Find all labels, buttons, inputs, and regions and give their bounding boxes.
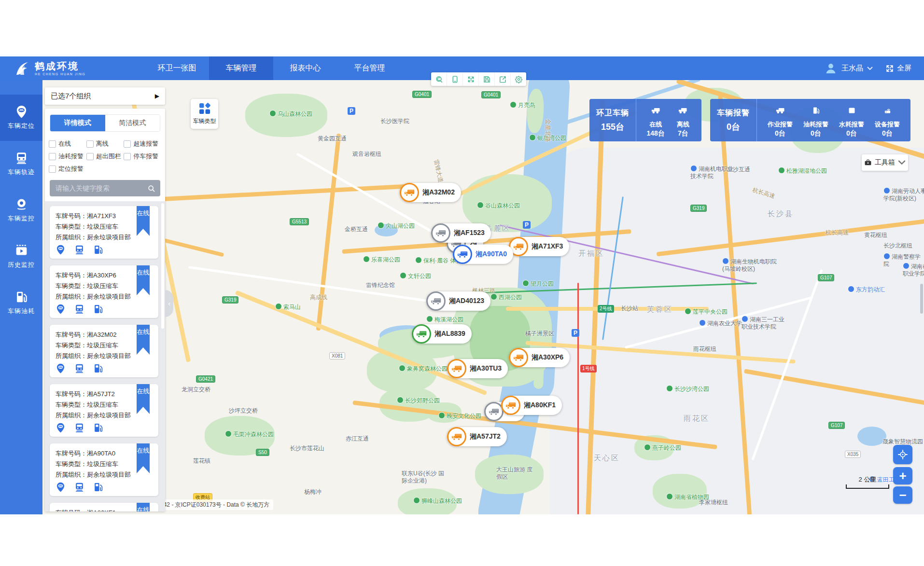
rail-item[interactable]: 车辆轨迹	[0, 141, 42, 187]
map-toolbar-button[interactable]	[447, 72, 462, 86]
nav-item[interactable]: 平台管理	[337, 56, 402, 80]
checkbox[interactable]	[49, 166, 56, 173]
map-label: 观音岩枢纽	[352, 151, 381, 158]
map-canvas[interactable]: 乌山森林公园长沙医学院黄金园互通月亮岛银星湾公园观音岩枢纽金星北路雷锋大道谷山森…	[42, 80, 924, 514]
map-label: 赤江互通	[346, 435, 369, 442]
rail-item[interactable]: 车辆定位	[0, 95, 42, 141]
map-label: 燕子岭公园	[644, 444, 681, 452]
map-label: 月亮岛	[510, 101, 535, 110]
map-toolbar-button[interactable]	[462, 72, 478, 86]
filter-option[interactable]: 超出围栏	[86, 150, 124, 163]
car-pin-icon[interactable]	[56, 304, 66, 314]
mode-tab[interactable]: 详情模式	[50, 115, 105, 131]
vehicle-card[interactable]: 车牌号码：湘A71XF3 车辆类型：垃圾压缩车 所属组织：厨余垃圾项目部 在线	[50, 206, 158, 259]
fuel-icon[interactable]	[93, 363, 103, 373]
filter-option[interactable]: 超速报警	[124, 138, 161, 150]
vehicle-marker-plate: 湘A30XP6	[532, 353, 563, 362]
bus-track-icon[interactable]	[74, 304, 84, 314]
map-toolbar-button[interactable]	[478, 72, 494, 86]
map-label: 尖山湖公园	[378, 222, 415, 230]
map-label: 湖南都市 职业学院	[903, 262, 924, 277]
alarm-stat-icon-wrap	[880, 103, 896, 119]
map-label: G319	[222, 296, 238, 304]
vehicle-marker[interactable]: 湘A90TA0	[453, 245, 513, 264]
map-label: 金桥互通	[345, 226, 368, 233]
mode-tab[interactable]: 简洁模式	[105, 115, 160, 131]
vehicle-marker[interactable]: 湘A32M02	[400, 183, 461, 202]
rail-item[interactable]: 历史监控	[0, 234, 42, 280]
nav-item[interactable]: 报表中心	[273, 56, 337, 80]
truck-icon	[451, 433, 462, 441]
checkbox[interactable]	[86, 140, 94, 148]
locate-button[interactable]	[893, 445, 912, 464]
vehicle-marker[interactable]: 湘AF1523	[431, 223, 491, 243]
filter-option[interactable]: 在线	[49, 138, 86, 150]
fuel-icon[interactable]	[93, 245, 103, 255]
user-menu[interactable]: 王水晶	[824, 62, 873, 75]
page-scrollbar[interactable]	[920, 284, 923, 314]
filter-option[interactable]: 停车报警	[124, 150, 161, 163]
vehicle-type-button[interactable]: 车辆类型	[191, 99, 218, 129]
bus-track-icon[interactable]	[74, 423, 84, 433]
vehicle-marker[interactable]: 湘A57JT2	[447, 427, 507, 446]
zoom-out-button[interactable]: −	[893, 486, 912, 504]
bus-track-icon[interactable]	[74, 482, 84, 492]
fullscreen-button[interactable]: 全屏	[885, 64, 911, 73]
vehicle-marker[interactable]: 湘AL8839	[412, 324, 472, 344]
zoom-in-button[interactable]: +	[893, 467, 912, 484]
org-expand-icon[interactable]: ▶	[155, 93, 159, 99]
search-input[interactable]	[55, 184, 147, 193]
nav-item[interactable]: 车辆管理	[209, 56, 273, 80]
search-icon[interactable]	[147, 184, 155, 193]
vehicle-marker[interactable]: 湘A30XP6	[509, 348, 570, 367]
rail-item[interactable]: 车辆油耗	[0, 280, 42, 326]
list-scrollbar-thumb[interactable]	[161, 203, 164, 329]
map-label: 联东U谷(长沙 国际企业港)	[402, 470, 448, 484]
map-toolbar-button[interactable]	[510, 72, 526, 86]
nav-item[interactable]: 环卫一张图	[145, 56, 209, 80]
checkbox[interactable]	[124, 153, 131, 160]
bus-track-icon[interactable]	[74, 245, 84, 255]
toolbox-button[interactable]: 工具箱	[862, 154, 908, 171]
vehicle-marker[interactable]: 湘A71XF3	[509, 237, 569, 256]
video-history-icon	[15, 244, 28, 257]
filter-option[interactable]: 定位报警	[49, 163, 86, 175]
map-label: 望月公园	[522, 280, 554, 288]
vehicle-marker[interactable]: 湘A30TU3	[447, 359, 508, 378]
car-pin-icon[interactable]	[56, 245, 66, 255]
fuel-icon[interactable]	[93, 304, 103, 314]
bus-track-icon[interactable]	[74, 363, 84, 373]
car-pin-icon[interactable]	[56, 423, 66, 433]
vehicle-marker[interactable]: 湘AD40123	[426, 291, 490, 311]
car-pin-icon[interactable]	[56, 482, 66, 492]
map-label: 莲平中央公园	[685, 308, 728, 316]
checkbox[interactable]	[124, 140, 131, 148]
map-label: 乌山森林公园	[269, 110, 312, 118]
map-label: G5513	[290, 218, 309, 225]
map-toolbar-button[interactable]	[431, 72, 447, 86]
vehicle-card[interactable]: 车牌号码：湘A57JT2 车辆类型：垃圾压缩车 所属组织：厨余垃圾项目部 在线	[50, 384, 158, 437]
filter-option[interactable]: 离线	[86, 138, 124, 150]
checkbox[interactable]	[49, 140, 56, 148]
checkbox[interactable]	[49, 153, 56, 160]
map-label: 湖南三一工业 职业技术学院	[742, 316, 788, 331]
vehicle-card[interactable]: 车牌号码：湘A80KF1 车辆类型：垃圾压缩车 所属组织：厨余垃圾项目部 在线	[50, 503, 158, 511]
car-pin-icon[interactable]	[56, 363, 66, 373]
rail-item[interactable]: 车辆监控	[0, 187, 42, 234]
vehicle-card-actions	[56, 482, 153, 492]
vehicle-card[interactable]: 车牌号码：湘A32M02 车辆类型：垃圾压缩车 所属组织：厨余垃圾项目部 在线	[50, 325, 158, 377]
map-toolbar-button[interactable]	[494, 72, 510, 86]
map-label: P	[572, 329, 579, 337]
filter-option[interactable]: 油耗报警	[49, 150, 86, 163]
panel-collapse-handle[interactable]: ‹	[165, 290, 173, 317]
org-selector[interactable]: 已选7个组织 ▶	[45, 87, 165, 105]
map-label: G0401	[481, 91, 501, 98]
map-label: 湖南生物机电职院 (马坡岭校区)	[722, 258, 779, 273]
vehicle-card[interactable]: 车牌号码：湘A30XP6 车辆类型：垃圾压缩车 所属组织：厨余垃圾项目部 在线	[50, 265, 158, 318]
checkbox[interactable]	[86, 153, 94, 160]
map-label: X035	[845, 451, 861, 458]
fuel-icon[interactable]	[93, 423, 103, 433]
vehicle-card[interactable]: 车牌号码：湘A90TA0 车辆类型：垃圾压缩车 所属组织：厨余垃圾项目部 在线	[50, 443, 158, 496]
vehicle-marker[interactable]: 湘A80KF1	[501, 396, 562, 415]
fuel-icon[interactable]	[93, 482, 103, 492]
